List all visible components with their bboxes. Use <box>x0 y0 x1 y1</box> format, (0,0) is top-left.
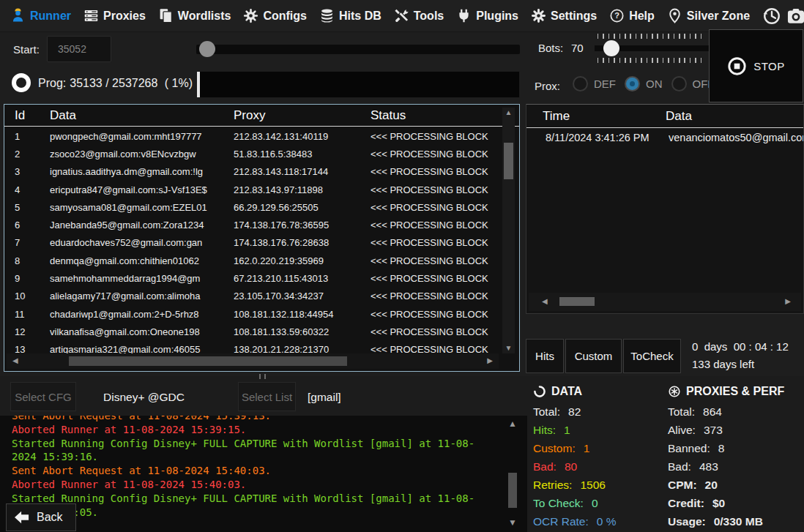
prox-option-on[interactable]: ON <box>625 76 663 91</box>
column-header-id[interactable]: Id <box>15 108 50 126</box>
scroll-up-icon[interactable]: ▲ <box>507 420 518 427</box>
hits-table-rows: 8/11/2024 3:41:26 PMvenanciomatos50@gmai… <box>526 128 803 147</box>
start-slider[interactable] <box>196 41 520 57</box>
nav-item-proxies[interactable]: Proxies <box>83 8 146 23</box>
results-vertical-scrollbar[interactable]: ▲ ▼ <box>502 108 515 353</box>
nav-item-help[interactable]: ?Help <box>609 8 655 23</box>
table-row[interactable]: 11chadariwp1@gmail.com:2+D-5rhz8108.181.… <box>4 305 500 323</box>
results-vscroll-thumb[interactable] <box>504 143 513 179</box>
tab-hits[interactable]: Hits <box>526 339 564 373</box>
scroll-left-icon[interactable]: ◀ <box>12 357 18 364</box>
tab-tocheck[interactable]: ToCheck <box>623 339 681 373</box>
stop-button[interactable]: STOP <box>709 29 803 102</box>
scroll-down-icon[interactable]: ▼ <box>507 519 518 526</box>
stat-label: Total: <box>533 405 560 419</box>
tab-custom[interactable]: Custom <box>565 339 622 373</box>
bots-label: Bots: <box>538 42 563 54</box>
stat-label: To Check: <box>533 497 584 510</box>
log-scrollbar[interactable]: ▲ ▼ <box>507 420 518 526</box>
hits-row[interactable]: 8/11/2024 3:41:26 PMvenanciomatos50@gmai… <box>526 128 803 147</box>
hits-column-header-data[interactable]: Data <box>666 109 803 127</box>
stat-value: 1506 <box>580 479 605 492</box>
table-row[interactable]: 10alielagamy717@gmail.com:alimoha23.105.… <box>4 288 500 305</box>
results-horizontal-scrollbar[interactable]: ◀ ▶ <box>7 353 499 369</box>
stop-button-label: STOP <box>753 60 785 72</box>
nav-item-wordlists[interactable]: Wordlists <box>158 8 231 23</box>
scroll-right-icon[interactable]: ▶ <box>487 357 493 364</box>
start-slider-handle[interactable] <box>199 41 215 57</box>
nav-item-runner[interactable]: Runner <box>10 8 71 23</box>
hits-hscroll-thumb[interactable] <box>559 297 595 306</box>
results-table: IdDataProxyStatus 1pwongpech@gmail.com:m… <box>4 104 520 372</box>
table-row[interactable]: 3ignatius.aadithya.dm@gmail.com:!lg212.8… <box>4 163 500 181</box>
table-row[interactable]: 5samyosama081@gmail.com:EZEL0166.29.129.… <box>4 198 500 216</box>
table-row[interactable]: 6Janebanda95@gmail.com:Zora1234174.138.1… <box>4 216 500 233</box>
scroll-left-icon[interactable]: ◀ <box>542 298 548 305</box>
camera-icon[interactable] <box>786 7 804 26</box>
history-icon[interactable] <box>762 7 781 26</box>
table-row[interactable]: 4ericputra847@gmail.com:sJ-Vsf13E$212.83… <box>4 181 500 198</box>
results-hscroll-thumb[interactable] <box>69 356 347 366</box>
back-button[interactable]: Back <box>6 503 76 531</box>
cell-status: <<< PROCESSING BLOCK <box>371 131 500 142</box>
bottom-right-panels: DATA Total:82Hits:1Custom:1Bad:80Retries… <box>527 376 804 532</box>
bots-slider-handle[interactable] <box>603 40 619 56</box>
data-stats-panel: DATA Total:82Hits:1Custom:1Bad:80Retries… <box>533 383 662 531</box>
log-lines: Sent Abort Request at 11-08-2024 15:39:1… <box>12 416 491 519</box>
controls-panel: Start: Prog:35133 / 2537268 ( 1%) Bots: … <box>0 32 804 104</box>
log-line: Started Running Config Disney+ FULL CAPT… <box>12 492 491 520</box>
nav-item-plugins[interactable]: Plugins <box>456 8 518 23</box>
hits-column-header-time[interactable]: Time <box>543 109 666 127</box>
table-row[interactable]: 9samehmohammeddarrag1994@gm67.213.210.11… <box>4 269 500 287</box>
log-scroll-thumb[interactable] <box>508 473 517 508</box>
table-row[interactable]: 8denmqa@gmail.com:chithien01062162.0.220… <box>4 252 500 269</box>
table-row[interactable]: 7eduardochaves752@gmail.com:gan174.138.1… <box>4 234 500 252</box>
start-label: Start: <box>13 43 40 56</box>
start-input[interactable] <box>47 36 111 62</box>
cell-status: <<< PROCESSING BLOCK <box>371 149 500 160</box>
column-header-data[interactable]: Data <box>50 108 234 126</box>
nav-item-configs[interactable]: Configs <box>243 8 307 23</box>
start-slider-track[interactable] <box>196 45 520 54</box>
stat-value: 0 % <box>597 515 617 528</box>
scroll-up-icon[interactable]: ▲ <box>502 109 515 116</box>
proxies-panel-title: PROXIES & PERF <box>686 385 784 398</box>
progress-bar <box>196 71 520 98</box>
nav-item-tools[interactable]: Tools <box>394 8 444 23</box>
radio-def-icon <box>573 76 588 91</box>
hits-horizontal-scrollbar[interactable]: ◀ ▶ <box>529 293 801 311</box>
scroll-down-icon[interactable]: ▼ <box>502 345 515 352</box>
cell-proxy: 67.213.210.115:43013 <box>234 273 371 284</box>
nav-item-silver-zone[interactable]: Silver Zone <box>667 8 750 23</box>
log-line: Aborted Runner at 11-08-2024 15:39:15. <box>12 423 491 437</box>
prox-option-def[interactable]: DEF <box>573 76 616 91</box>
select-list-button[interactable]: Select List <box>238 382 296 411</box>
column-header-status[interactable]: Status <box>371 108 519 126</box>
log-line: Sent Abort Request at 11-08-2024 15:40:0… <box>12 464 491 478</box>
prox-option-off[interactable]: OFF <box>671 76 715 91</box>
select-cfg-button[interactable]: Select CFG <box>10 382 76 411</box>
bots-slider[interactable] <box>595 34 709 63</box>
prox-radio-group: DEFONOFF <box>573 76 715 91</box>
table-row[interactable]: 12vilkanafisa@gmail.com:Oneone198108.181… <box>4 323 500 340</box>
scroll-right-icon[interactable]: ▶ <box>785 298 791 305</box>
nav-item-label: Configs <box>263 10 307 23</box>
nav-item-label: Proxies <box>103 10 146 23</box>
column-header-proxy[interactable]: Proxy <box>234 108 371 126</box>
cell-status: <<< PROCESSING BLOCK <box>371 184 500 195</box>
table-row[interactable]: 1pwongpech@gmail.com:mht197777212.83.142… <box>4 127 500 145</box>
app-window: RunnerProxiesWordlistsConfigsHits DBTool… <box>0 0 804 532</box>
hits-tabs-bar: HitsCustomToCheck 0 days 00 : 04 : 12 13… <box>526 339 804 375</box>
nav-item-settings[interactable]: Settings <box>531 8 597 23</box>
nav-item-label: Tools <box>414 10 444 23</box>
table-row[interactable]: 2zsoco23@gmail.com:v8ENcvzbgw51.83.116.5… <box>4 145 500 162</box>
radio-on-icon <box>625 76 640 91</box>
cell-data: zsoco23@gmail.com:v8ENcvzbgw <box>50 149 234 160</box>
hits-tab-buttons: HitsCustomToCheck <box>526 339 682 373</box>
nav-item-hits-db[interactable]: Hits DB <box>319 8 381 23</box>
splitter-grip[interactable] <box>259 374 266 379</box>
stat-label: Total: <box>668 405 695 419</box>
stat-label: Credit: <box>668 497 704 510</box>
silverzone-icon <box>667 8 682 23</box>
bots-slider-ticks-bottom <box>598 58 706 63</box>
